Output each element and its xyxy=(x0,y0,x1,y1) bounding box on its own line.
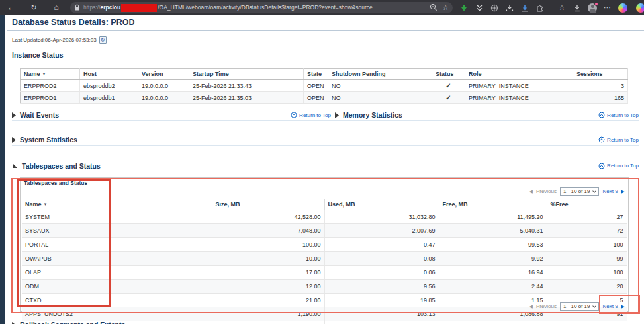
collections-star-icon[interactable]: ☆ xyxy=(557,3,567,13)
cell-value: 1,190.00 xyxy=(212,307,324,321)
cell-tablespace-name: OLAP xyxy=(22,266,212,280)
wheel-extension-icon[interactable] xyxy=(490,3,499,13)
extensions-row: ☆ ⋯ xyxy=(453,3,644,13)
system-statistics-section[interactable]: System Statistics xyxy=(12,136,77,143)
expand-triangle-icon[interactable] xyxy=(335,112,339,118)
cell-value: 20 xyxy=(547,280,627,294)
cell-role: PRIMARY_INSTANCE xyxy=(465,92,573,104)
cell-tablespace-name: SYSAUX xyxy=(22,224,212,238)
blue-download-arrow-icon[interactable] xyxy=(520,3,529,13)
copilot-icon[interactable] xyxy=(618,3,627,13)
cell-tablespace-name: SYSTEM xyxy=(22,210,212,224)
previous-link: Previous xyxy=(536,188,557,194)
url-host: erpclou xyxy=(101,4,121,11)
url-text[interactable]: https://erpclou/OA_HTML/weboam/oam/activ… xyxy=(83,4,425,12)
return-to-top-link[interactable]: Return to Top xyxy=(598,112,639,118)
wait-events-section[interactable]: Wait Events xyxy=(12,111,59,119)
next-arrow-icon[interactable]: ▶ xyxy=(621,189,625,194)
refresh-icon[interactable]: ↻ xyxy=(29,0,38,15)
col-version[interactable]: Version xyxy=(138,69,189,80)
col-status[interactable]: Status xyxy=(432,69,465,80)
expand-triangle-icon[interactable] xyxy=(12,137,16,143)
col-shutdown-pending[interactable]: Shutdown Pending xyxy=(328,69,432,80)
col-free-mb[interactable]: Free, MB xyxy=(439,199,547,210)
col-ts-name[interactable]: Name▼ xyxy=(22,199,212,210)
double-chevron-down-icon[interactable] xyxy=(475,3,484,13)
address-bar[interactable]: https://erpclou/OA_HTML/weboam/oam/activ… xyxy=(70,2,453,13)
rollback-segments-section[interactable]: Rollback Segments and Extents xyxy=(12,321,125,324)
col-used-mb[interactable]: Used, MB xyxy=(324,199,439,210)
cell-value: 96.50 xyxy=(324,321,439,324)
instance-row: ERPPROD2ebsproddb219.0.0.0.025-Feb-2026 … xyxy=(21,80,628,92)
cell-value: 19.85 xyxy=(324,294,439,307)
range-select[interactable]: 1 - 10 of 19 xyxy=(560,302,599,311)
col-host[interactable]: Host xyxy=(80,69,138,80)
cell-value: 72 xyxy=(547,224,627,238)
profile-avatar[interactable] xyxy=(588,3,597,13)
circle-up-arrow-icon xyxy=(598,163,605,169)
refresh-page-icon[interactable]: ↻ xyxy=(99,36,107,44)
sort-desc-icon: ▼ xyxy=(44,202,48,206)
collapse-triangle-icon[interactable] xyxy=(12,163,18,169)
instance-status-table: Name▼ Host Version Startup Time State Sh… xyxy=(20,68,628,104)
more-menu-icon[interactable]: ⋯ xyxy=(603,3,612,13)
sessions-link[interactable]: 165 xyxy=(573,92,628,104)
cell-tablespace-name: ODM xyxy=(22,280,212,294)
col-startup-time[interactable]: Startup Time xyxy=(189,69,304,80)
tablespace-row: SYSTEM42,528.0031,032.8011,495.2027 xyxy=(22,210,627,224)
cell-value: 5,023.50 xyxy=(439,321,547,324)
col-size-mb[interactable]: Size, MB xyxy=(212,199,324,210)
next-link[interactable]: Next 9 xyxy=(602,188,618,194)
cell-value: 31,032.80 xyxy=(324,210,439,224)
tablespace-row: ODM12.009.562.4420 xyxy=(22,280,627,294)
return-to-top-link[interactable]: Return to Top xyxy=(598,163,639,169)
home-icon[interactable]: ⌂ xyxy=(52,0,61,15)
copilot-icon-clipped xyxy=(633,3,643,13)
expand-triangle-icon[interactable] xyxy=(12,322,16,324)
cell-value: 5,120.00 xyxy=(212,321,324,324)
cell-startup-time: 25-Feb-2026 21:35:03 xyxy=(189,92,304,104)
circle-up-arrow-icon xyxy=(291,112,297,118)
range-value: 1 - 10 of 19 xyxy=(563,304,590,309)
cell-state: OPEN xyxy=(304,80,328,92)
cell-value: 11,495.20 xyxy=(439,210,547,224)
wait-events-heading: Wait Events xyxy=(20,111,59,119)
url-redaction-box xyxy=(121,4,157,12)
pagination-top: ◀ Previous 1 - 10 of 19 Next 9 ▶ xyxy=(529,187,625,196)
tray-download-icon[interactable] xyxy=(505,3,514,13)
cell-tablespace-name: OWAPUB xyxy=(22,252,212,266)
download-icon[interactable] xyxy=(573,3,582,13)
return-to-top-link[interactable]: Return to Top xyxy=(598,136,639,143)
next-link[interactable]: Next 9 xyxy=(602,304,618,309)
col-sessions[interactable]: Sessions xyxy=(573,69,628,80)
last-updated: Last Updated:06-Apr-2026 07:53:03 ↻ xyxy=(12,36,107,44)
back-icon[interactable]: ← xyxy=(7,0,16,15)
cell-value: 0.06 xyxy=(324,266,439,280)
memory-statistics-section[interactable]: Memory Statistics xyxy=(335,111,402,119)
next-arrow-icon[interactable]: ▶ xyxy=(621,304,625,309)
cell-value: 103.13 xyxy=(324,307,439,321)
cell-value: 2.44 xyxy=(439,280,547,294)
return-to-top-link[interactable]: Return to Top xyxy=(291,112,331,118)
col-pct-free[interactable]: %Free xyxy=(547,199,627,210)
cell-value: 27 xyxy=(547,210,627,224)
zoom-out-icon[interactable] xyxy=(430,2,437,13)
col-role[interactable]: Role xyxy=(465,69,573,80)
col-name[interactable]: Name▼ xyxy=(21,69,80,80)
tablespaces-table-region: Tablespaces and Status ◀ Previous 1 - 10… xyxy=(20,177,629,312)
page-content: Database Status Details: PROD Last Updat… xyxy=(0,15,644,324)
tablespaces-table-subtitle: Tablespaces and Status xyxy=(24,180,87,186)
memory-statistics-heading: Memory Statistics xyxy=(343,111,402,119)
puzzle-extension-icon[interactable] xyxy=(535,3,545,13)
sessions-link[interactable]: 3 xyxy=(573,80,628,92)
url-path: /OA_HTML/weboam/oam/activity/DBstatusDet… xyxy=(158,4,377,11)
range-select[interactable]: 1 - 10 of 19 xyxy=(560,187,599,196)
cell-shutdown-pending: NO xyxy=(328,80,432,92)
favorite-star-icon[interactable]: ☆ xyxy=(442,3,449,12)
cell-value: 2,007.69 xyxy=(324,224,439,238)
tablespaces-section[interactable]: Tablespaces and Status xyxy=(12,162,101,170)
cell-value: 17.00 xyxy=(212,266,324,280)
green-download-arrow-icon[interactable] xyxy=(459,3,469,13)
col-state[interactable]: State xyxy=(304,69,328,80)
expand-triangle-icon[interactable] xyxy=(12,112,16,118)
